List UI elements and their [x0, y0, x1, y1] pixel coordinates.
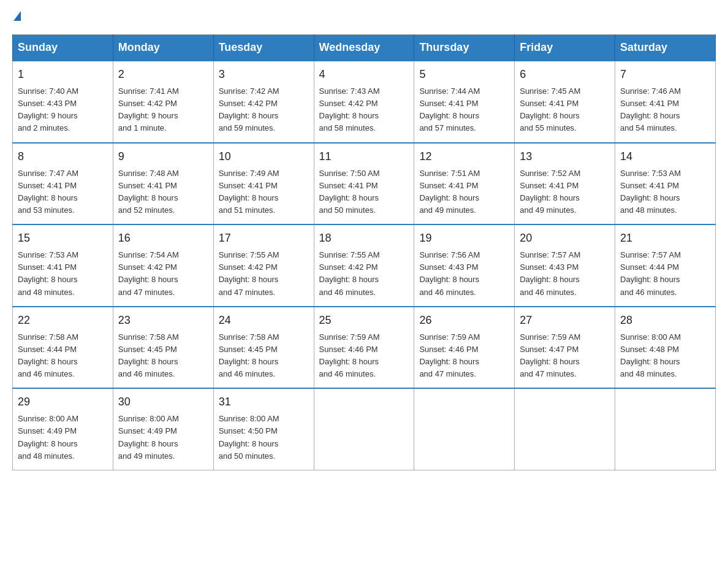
weekday-header-tuesday: Tuesday: [213, 35, 314, 61]
calendar-day-cell: 10 Sunrise: 7:49 AMSunset: 4:41 PMDaylig…: [213, 143, 314, 225]
day-info: Sunrise: 7:52 AMSunset: 4:41 PMDaylight:…: [520, 169, 580, 215]
day-number: 25: [319, 312, 409, 329]
logo-triangle-icon: [13, 11, 21, 21]
calendar-week-row: 22 Sunrise: 7:58 AMSunset: 4:44 PMDaylig…: [13, 307, 716, 389]
calendar-day-cell: 3 Sunrise: 7:42 AMSunset: 4:42 PMDayligh…: [213, 61, 314, 143]
day-info: Sunrise: 7:58 AMSunset: 4:44 PMDaylight:…: [18, 332, 78, 378]
day-number: 17: [219, 230, 309, 247]
calendar-week-row: 8 Sunrise: 7:47 AMSunset: 4:41 PMDayligh…: [13, 143, 716, 225]
day-number: 4: [319, 66, 409, 83]
day-info: Sunrise: 7:54 AMSunset: 4:42 PMDaylight:…: [118, 250, 179, 296]
calendar-day-cell: 16 Sunrise: 7:54 AMSunset: 4:42 PMDaylig…: [113, 224, 213, 307]
calendar-week-row: 1 Sunrise: 7:40 AMSunset: 4:43 PMDayligh…: [13, 61, 716, 143]
calendar-table: SundayMondayTuesdayWednesdayThursdayFrid…: [12, 34, 716, 470]
day-info: Sunrise: 7:51 AMSunset: 4:41 PMDaylight:…: [419, 169, 480, 215]
calendar-day-cell: 23 Sunrise: 7:58 AMSunset: 4:45 PMDaylig…: [113, 307, 213, 389]
day-info: Sunrise: 7:59 AMSunset: 4:46 PMDaylight:…: [319, 332, 380, 378]
day-info: Sunrise: 7:57 AMSunset: 4:44 PMDaylight:…: [620, 250, 681, 296]
day-info: Sunrise: 7:49 AMSunset: 4:41 PMDaylight:…: [219, 169, 279, 215]
day-info: Sunrise: 7:50 AMSunset: 4:41 PMDaylight:…: [319, 169, 380, 215]
weekday-header-sunday: Sunday: [13, 35, 113, 61]
day-number: 18: [319, 230, 409, 247]
calendar-day-cell: 20 Sunrise: 7:57 AMSunset: 4:43 PMDaylig…: [515, 224, 615, 307]
logo: [12, 12, 21, 22]
weekday-header-friday: Friday: [515, 35, 615, 61]
calendar-day-cell: 22 Sunrise: 7:58 AMSunset: 4:44 PMDaylig…: [13, 307, 113, 389]
calendar-day-cell: 31 Sunrise: 8:00 AMSunset: 4:50 PMDaylig…: [213, 388, 314, 470]
calendar-day-cell: 5 Sunrise: 7:44 AMSunset: 4:41 PMDayligh…: [414, 61, 515, 143]
calendar-day-cell: 19 Sunrise: 7:56 AMSunset: 4:43 PMDaylig…: [414, 224, 515, 307]
day-number: 2: [118, 66, 208, 83]
calendar-week-row: 15 Sunrise: 7:53 AMSunset: 4:41 PMDaylig…: [13, 224, 716, 307]
calendar-day-cell: [414, 388, 515, 470]
calendar-day-cell: 27 Sunrise: 7:59 AMSunset: 4:47 PMDaylig…: [515, 307, 615, 389]
day-number: 12: [419, 148, 509, 165]
calendar-day-cell: 25 Sunrise: 7:59 AMSunset: 4:46 PMDaylig…: [314, 307, 414, 389]
day-number: 1: [18, 66, 108, 83]
day-number: 5: [419, 66, 509, 83]
day-info: Sunrise: 7:58 AMSunset: 4:45 PMDaylight:…: [118, 332, 179, 378]
weekday-header-saturday: Saturday: [615, 35, 716, 61]
day-number: 26: [419, 312, 509, 329]
day-info: Sunrise: 7:55 AMSunset: 4:42 PMDaylight:…: [319, 250, 380, 296]
calendar-day-cell: 11 Sunrise: 7:50 AMSunset: 4:41 PMDaylig…: [314, 143, 414, 225]
calendar-week-row: 29 Sunrise: 8:00 AMSunset: 4:49 PMDaylig…: [13, 388, 716, 470]
day-number: 27: [520, 312, 610, 329]
calendar-day-cell: 12 Sunrise: 7:51 AMSunset: 4:41 PMDaylig…: [414, 143, 515, 225]
day-number: 15: [18, 230, 108, 247]
weekday-header-monday: Monday: [113, 35, 213, 61]
day-number: 10: [219, 148, 309, 165]
day-info: Sunrise: 7:59 AMSunset: 4:46 PMDaylight:…: [419, 332, 480, 378]
calendar-day-cell: 21 Sunrise: 7:57 AMSunset: 4:44 PMDaylig…: [615, 224, 716, 307]
calendar-day-cell: 30 Sunrise: 8:00 AMSunset: 4:49 PMDaylig…: [113, 388, 213, 470]
day-number: 29: [18, 394, 108, 410]
calendar-day-cell: 14 Sunrise: 7:53 AMSunset: 4:41 PMDaylig…: [615, 143, 716, 225]
day-info: Sunrise: 7:45 AMSunset: 4:41 PMDaylight:…: [520, 86, 580, 132]
day-number: 9: [118, 148, 208, 165]
calendar-day-cell: 1 Sunrise: 7:40 AMSunset: 4:43 PMDayligh…: [13, 61, 113, 143]
calendar-day-cell: 4 Sunrise: 7:43 AMSunset: 4:42 PMDayligh…: [314, 61, 414, 143]
day-number: 19: [419, 230, 509, 247]
calendar-day-cell: 8 Sunrise: 7:47 AMSunset: 4:41 PMDayligh…: [13, 143, 113, 225]
day-number: 8: [18, 148, 108, 165]
calendar-day-cell: 18 Sunrise: 7:55 AMSunset: 4:42 PMDaylig…: [314, 224, 414, 307]
day-info: Sunrise: 7:44 AMSunset: 4:41 PMDaylight:…: [419, 86, 480, 132]
day-number: 11: [319, 148, 409, 165]
day-number: 6: [520, 66, 610, 83]
day-info: Sunrise: 7:46 AMSunset: 4:41 PMDaylight:…: [620, 86, 681, 132]
calendar-day-cell: 29 Sunrise: 8:00 AMSunset: 4:49 PMDaylig…: [13, 388, 113, 470]
weekday-header-wednesday: Wednesday: [314, 35, 414, 61]
day-number: 23: [118, 312, 208, 329]
day-number: 14: [620, 148, 710, 165]
day-info: Sunrise: 7:55 AMSunset: 4:42 PMDaylight:…: [219, 250, 279, 296]
day-number: 16: [118, 230, 208, 247]
day-info: Sunrise: 7:47 AMSunset: 4:41 PMDaylight:…: [18, 169, 78, 215]
calendar-day-cell: 6 Sunrise: 7:45 AMSunset: 4:41 PMDayligh…: [515, 61, 615, 143]
day-info: Sunrise: 7:40 AMSunset: 4:43 PMDaylight:…: [18, 86, 78, 132]
day-number: 7: [620, 66, 710, 83]
day-number: 13: [520, 148, 610, 165]
calendar-day-cell: 24 Sunrise: 7:58 AMSunset: 4:45 PMDaylig…: [213, 307, 314, 389]
page-header: [12, 12, 716, 22]
day-info: Sunrise: 7:59 AMSunset: 4:47 PMDaylight:…: [520, 332, 580, 378]
day-info: Sunrise: 7:53 AMSunset: 4:41 PMDaylight:…: [18, 250, 78, 296]
day-info: Sunrise: 8:00 AMSunset: 4:49 PMDaylight:…: [18, 414, 78, 460]
calendar-day-cell: 15 Sunrise: 7:53 AMSunset: 4:41 PMDaylig…: [13, 224, 113, 307]
day-info: Sunrise: 7:58 AMSunset: 4:45 PMDaylight:…: [219, 332, 279, 378]
calendar-day-cell: 17 Sunrise: 7:55 AMSunset: 4:42 PMDaylig…: [213, 224, 314, 307]
calendar-day-cell: [314, 388, 414, 470]
calendar-day-cell: 26 Sunrise: 7:59 AMSunset: 4:46 PMDaylig…: [414, 307, 515, 389]
day-info: Sunrise: 7:56 AMSunset: 4:43 PMDaylight:…: [419, 250, 480, 296]
calendar-day-cell: 9 Sunrise: 7:48 AMSunset: 4:41 PMDayligh…: [113, 143, 213, 225]
calendar-header-row: SundayMondayTuesdayWednesdayThursdayFrid…: [13, 35, 716, 61]
day-info: Sunrise: 7:48 AMSunset: 4:41 PMDaylight:…: [118, 169, 179, 215]
weekday-header-thursday: Thursday: [414, 35, 515, 61]
calendar-day-cell: [515, 388, 615, 470]
calendar-day-cell: 7 Sunrise: 7:46 AMSunset: 4:41 PMDayligh…: [615, 61, 716, 143]
day-number: 24: [219, 312, 309, 329]
day-number: 20: [520, 230, 610, 247]
day-info: Sunrise: 8:00 AMSunset: 4:48 PMDaylight:…: [620, 332, 681, 378]
calendar-day-cell: [615, 388, 716, 470]
calendar-day-cell: 13 Sunrise: 7:52 AMSunset: 4:41 PMDaylig…: [515, 143, 615, 225]
day-info: Sunrise: 7:43 AMSunset: 4:42 PMDaylight:…: [319, 86, 380, 132]
